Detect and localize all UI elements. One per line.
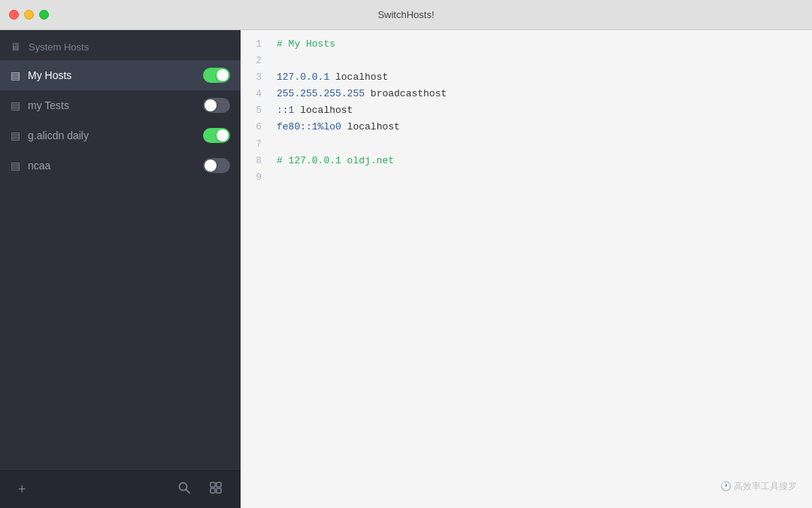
- sidebar-item-ncaa[interactable]: ▤ ncaa: [0, 151, 241, 181]
- toggle-my-tests[interactable]: [203, 98, 230, 113]
- sidebar-content: 🖥 System Hosts ▤ My Hosts ▤ my Tests: [0, 30, 241, 470]
- hosts-file-icon-2: ▤: [11, 99, 20, 111]
- svg-rect-5: [217, 488, 221, 493]
- code-line-8: # 127.0.0.1 oldj.net: [277, 153, 806, 169]
- toggle-g-alicdn[interactable]: [203, 128, 230, 143]
- toggle-knob-g-alicdn: [217, 129, 229, 141]
- hosts-file-icon-3: ▤: [11, 129, 20, 141]
- sidebar-item-g-alicdn[interactable]: ▤ g.alicdn daily: [0, 120, 241, 151]
- sidebar: 🖥 System Hosts ▤ My Hosts ▤ my Tests: [0, 30, 241, 508]
- editor-content[interactable]: 1 2 3 4 5 6 7 8 9 # My Hosts 127.0.0.1 l…: [241, 30, 812, 508]
- titlebar: SwitchHosts!: [0, 0, 812, 30]
- maximize-button[interactable]: [39, 10, 49, 20]
- code-line-2: [277, 53, 806, 69]
- search-button[interactable]: [171, 478, 197, 501]
- svg-rect-2: [211, 482, 215, 487]
- sidebar-item-system-hosts[interactable]: 🖥 System Hosts: [0, 33, 241, 60]
- traffic-lights: [9, 10, 49, 20]
- settings-button[interactable]: [203, 478, 229, 501]
- svg-rect-3: [217, 482, 221, 487]
- system-hosts-label: System Hosts: [29, 41, 230, 53]
- monitor-icon: 🖥: [11, 41, 21, 53]
- code-line-7: [277, 136, 806, 153]
- sidebar-item-label-my-tests: my Tests: [28, 99, 203, 111]
- editor: 1 2 3 4 5 6 7 8 9 # My Hosts 127.0.0.1 l…: [241, 30, 812, 508]
- sidebar-footer: +: [0, 470, 241, 508]
- code-line-5: ::1 localhost: [277, 102, 806, 119]
- sidebar-item-label-g-alicdn: g.alicdn daily: [28, 129, 203, 141]
- sidebar-item-my-hosts[interactable]: ▤ My Hosts: [0, 60, 241, 90]
- toggle-my-hosts[interactable]: [203, 68, 230, 83]
- sidebar-item-label-my-hosts: My Hosts: [28, 69, 203, 81]
- footer-icons: [171, 478, 229, 501]
- settings-icon: [209, 481, 223, 494]
- app-title: SwitchHosts!: [377, 9, 434, 20]
- svg-line-1: [186, 490, 190, 494]
- add-button[interactable]: +: [12, 479, 32, 500]
- sidebar-item-label-ncaa: ncaa: [28, 160, 203, 172]
- toggle-knob-my-hosts: [217, 69, 229, 81]
- hosts-file-icon-4: ▤: [11, 160, 20, 172]
- hosts-file-icon: ▤: [11, 69, 20, 81]
- svg-rect-4: [211, 488, 215, 493]
- close-button[interactable]: [9, 10, 19, 20]
- code-line-3: 127.0.0.1 localhost: [277, 69, 806, 86]
- line-numbers: 1 2 3 4 5 6 7 8 9: [241, 36, 271, 502]
- code-line-9: [277, 169, 806, 186]
- sidebar-item-my-tests[interactable]: ▤ my Tests: [0, 90, 241, 120]
- toggle-ncaa[interactable]: [203, 158, 230, 173]
- toggle-knob-ncaa: [205, 160, 217, 172]
- minimize-button[interactable]: [24, 10, 34, 20]
- toggle-knob-my-tests: [205, 99, 217, 111]
- main-layout: 🖥 System Hosts ▤ My Hosts ▤ my Tests: [0, 30, 812, 508]
- code-line-1: # My Hosts: [277, 36, 806, 53]
- code-line-4: 255.255.255.255 broadcasthost: [277, 86, 806, 102]
- search-icon: [177, 481, 191, 494]
- code-area[interactable]: # My Hosts 127.0.0.1 localhost 255.255.2…: [271, 36, 812, 502]
- code-line-6: fe80::1%lo0 localhost: [277, 119, 806, 135]
